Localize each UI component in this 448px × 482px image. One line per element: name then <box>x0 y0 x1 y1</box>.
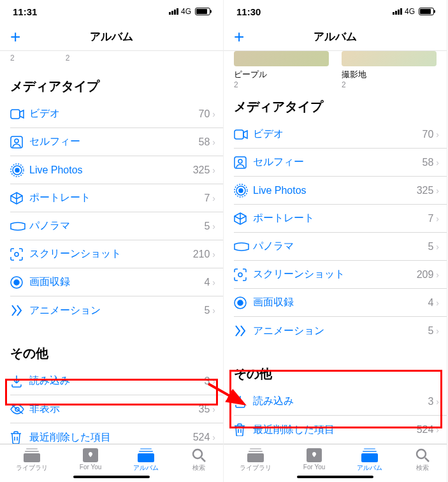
screenshot-icon <box>10 248 29 261</box>
tab-search[interactable]: 検索 <box>414 448 431 472</box>
list-item-live[interactable]: Live Photos325› <box>234 177 447 205</box>
item-count: 5 <box>428 241 433 252</box>
right-content[interactable]: ピープル 2 撮影地 2 メディアタイプ ビデオ70›セルフィー58›Live … <box>224 51 447 444</box>
list-item-trash[interactable]: 最近削除した項目524› <box>234 416 447 444</box>
item-label: セルフィー <box>29 135 199 149</box>
video-icon <box>10 109 29 119</box>
signal-bars-icon <box>169 8 178 15</box>
list-item-anim[interactable]: アニメーション5› <box>234 317 447 345</box>
item-label: スクリーンショット <box>29 247 193 261</box>
tab-foryou[interactable]: For You <box>80 448 101 471</box>
svg-point-22 <box>238 159 242 163</box>
list-item-screenshot[interactable]: スクリーンショット209› <box>234 261 447 289</box>
chevron-right-icon: › <box>212 109 215 119</box>
chevron-right-icon: › <box>436 425 439 435</box>
list-item-import[interactable]: 読み込み3› <box>10 367 223 395</box>
album-people[interactable]: ピープル 2 <box>234 51 329 89</box>
chevron-right-icon: › <box>212 165 215 175</box>
item-count: 325 <box>193 164 210 176</box>
tab-search[interactable]: 検索 <box>191 448 207 472</box>
battery-icon <box>419 8 434 15</box>
selfie-icon <box>10 136 29 149</box>
tab-library[interactable]: ライブラリ <box>16 448 48 472</box>
import-icon <box>234 395 253 408</box>
section-other: その他 <box>10 336 223 367</box>
add-button[interactable]: + <box>234 28 244 46</box>
list-item-video[interactable]: ビデオ70› <box>234 120 447 149</box>
svg-rect-13 <box>24 453 40 462</box>
list-item-screenshot[interactable]: スクリーンショット210› <box>10 240 223 268</box>
item-count: 524 <box>417 424 434 435</box>
live-icon <box>234 184 253 198</box>
albums-icon <box>138 448 154 462</box>
tab-albums[interactable]: アルバム <box>357 448 382 472</box>
svg-rect-11 <box>26 448 38 449</box>
item-label: ビデオ <box>253 128 423 141</box>
list-item-trash[interactable]: 最近削除した項目524› <box>10 423 223 444</box>
import-icon <box>10 375 29 388</box>
item-label: アニメーション <box>29 304 204 318</box>
item-count: 210 <box>193 249 210 260</box>
pano-icon <box>10 222 29 231</box>
item-count: 3 <box>204 376 210 387</box>
signal-bars-icon <box>393 8 402 15</box>
svg-point-2 <box>15 139 18 143</box>
list-item-live[interactable]: Live Photos325› <box>10 156 223 184</box>
list-item-portrait[interactable]: ポートレート7› <box>234 205 447 233</box>
home-indicator[interactable] <box>297 476 373 478</box>
tab-label: アルバム <box>357 464 382 472</box>
tab-label: ライブラリ <box>240 464 271 472</box>
item-count: 5 <box>204 305 210 316</box>
item-label: 画面収録 <box>29 275 204 289</box>
tab-library[interactable]: ライブラリ <box>240 448 271 472</box>
item-label: セルフィー <box>253 156 423 169</box>
chevron-right-icon: › <box>436 186 439 196</box>
item-label: 読み込み <box>253 395 428 408</box>
tab-foryou[interactable]: For You <box>303 448 325 471</box>
list-item-record[interactable]: 画面収録4› <box>10 268 223 296</box>
status-right: 4G <box>393 7 434 16</box>
list-item-video[interactable]: ビデオ70› <box>10 100 223 128</box>
list-item-record[interactable]: 画面収録4› <box>234 289 447 317</box>
svg-point-18 <box>193 449 202 458</box>
svg-point-36 <box>417 449 426 458</box>
nav-title: アルバム <box>314 29 357 44</box>
chevron-right-icon: › <box>212 249 215 259</box>
chevron-right-icon: › <box>436 129 439 140</box>
list-item-import[interactable]: 読み込み3› <box>234 388 447 416</box>
item-count: 209 <box>417 269 434 281</box>
other-list-right: 読み込み3›最近削除した項目524› <box>234 388 447 444</box>
list-item-selfie[interactable]: セルフィー58› <box>10 128 223 156</box>
phone-left: 11:31 4G + アルバム 2 2 メディアタイプ ビデオ70›セルフィー5… <box>0 0 224 482</box>
foryou-icon <box>306 448 322 462</box>
item-label: Live Photos <box>253 185 417 196</box>
list-item-selfie[interactable]: セルフィー58› <box>234 149 447 177</box>
home-indicator[interactable] <box>73 476 150 478</box>
status-time: 11:30 <box>236 6 261 17</box>
list-item-anim[interactable]: アニメーション5› <box>10 296 223 325</box>
tab-label: 検索 <box>192 464 205 472</box>
item-label: パノラマ <box>29 219 204 233</box>
tab-label: アルバム <box>133 464 159 472</box>
svg-rect-17 <box>138 453 154 462</box>
list-item-portrait[interactable]: ポートレート7› <box>10 184 223 212</box>
list-item-pano[interactable]: パノラマ5› <box>10 212 223 240</box>
item-label: 画面収録 <box>253 296 428 309</box>
battery-icon <box>195 8 210 15</box>
section-other: その他 <box>234 356 447 388</box>
tab-albums[interactable]: アルバム <box>133 448 159 472</box>
item-label: スクリーンショット <box>253 268 417 281</box>
svg-line-19 <box>201 458 205 462</box>
tab-label: ライブラリ <box>16 464 48 472</box>
list-item-hidden[interactable]: 非表示35› <box>10 395 223 423</box>
search-icon <box>191 448 207 462</box>
left-content[interactable]: 2 2 メディアタイプ ビデオ70›セルフィー58›Live Photos325… <box>0 51 223 444</box>
list-item-pano[interactable]: パノラマ5› <box>234 233 447 261</box>
svg-rect-31 <box>247 453 264 462</box>
tab-label: For You <box>80 464 101 471</box>
album-places[interactable]: 撮影地 2 <box>342 51 437 89</box>
chevron-right-icon: › <box>212 432 215 442</box>
svg-point-3 <box>15 168 19 172</box>
video-icon <box>234 129 253 140</box>
add-button[interactable]: + <box>10 28 20 46</box>
